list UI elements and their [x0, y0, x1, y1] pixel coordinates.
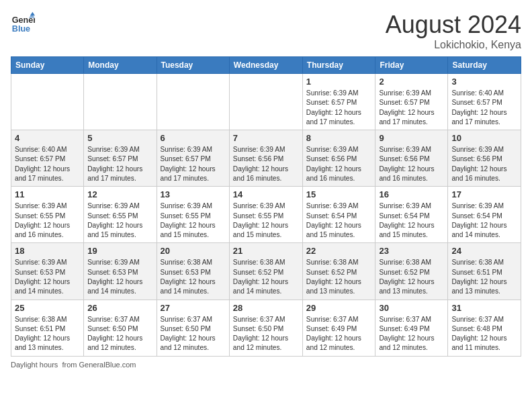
day-number: 16: [379, 189, 444, 199]
day-info: Sunrise: 6:39 AM Sunset: 6:56 PM Dayligh…: [233, 145, 299, 183]
daylight-label: Daylight hours: [11, 361, 58, 369]
calendar-cell: 21Sunrise: 6:38 AM Sunset: 6:52 PM Dayli…: [229, 243, 302, 300]
logo: General Blue: [11, 11, 35, 35]
calendar-cell: 3Sunrise: 6:40 AM Sunset: 6:57 PM Daylig…: [448, 74, 521, 130]
calendar-cell: 8Sunrise: 6:39 AM Sunset: 6:56 PM Daylig…: [302, 130, 375, 187]
day-number: 10: [451, 133, 517, 143]
day-info: Sunrise: 6:39 AM Sunset: 6:55 PM Dayligh…: [233, 201, 299, 240]
day-number: 8: [306, 133, 372, 143]
title-block: August 2024 Lokichokio, Kenya: [386, 11, 521, 51]
calendar-cell: 27Sunrise: 6:37 AM Sunset: 6:50 PM Dayli…: [157, 300, 229, 356]
calendar-cell: 5Sunrise: 6:39 AM Sunset: 6:57 PM Daylig…: [84, 130, 157, 187]
day-number: 23: [379, 246, 444, 256]
calendar-cell: [84, 74, 157, 130]
calendar-cell: 14Sunrise: 6:39 AM Sunset: 6:55 PM Dayli…: [229, 187, 302, 243]
col-header-saturday: Saturday: [448, 57, 521, 74]
calendar-cell: 22Sunrise: 6:38 AM Sunset: 6:52 PM Dayli…: [302, 243, 375, 300]
calendar-cell: 31Sunrise: 6:37 AM Sunset: 6:48 PM Dayli…: [448, 300, 521, 356]
day-info: Sunrise: 6:39 AM Sunset: 6:56 PM Dayligh…: [379, 145, 444, 183]
day-info: Sunrise: 6:39 AM Sunset: 6:54 PM Dayligh…: [306, 201, 372, 240]
day-number: 11: [15, 189, 80, 199]
calendar-cell: 2Sunrise: 6:39 AM Sunset: 6:57 PM Daylig…: [375, 74, 448, 130]
calendar-cell: 29Sunrise: 6:37 AM Sunset: 6:49 PM Dayli…: [302, 300, 375, 356]
day-info: Sunrise: 6:39 AM Sunset: 6:56 PM Dayligh…: [451, 145, 517, 183]
day-info: Sunrise: 6:39 AM Sunset: 6:55 PM Dayligh…: [161, 201, 226, 240]
day-info: Sunrise: 6:39 AM Sunset: 6:57 PM Dayligh…: [87, 145, 152, 183]
day-number: 28: [233, 303, 299, 313]
day-number: 19: [87, 246, 152, 256]
calendar-cell: 23Sunrise: 6:38 AM Sunset: 6:52 PM Dayli…: [375, 243, 448, 300]
col-header-friday: Friday: [375, 57, 448, 74]
week-row-3: 11Sunrise: 6:39 AM Sunset: 6:55 PM Dayli…: [11, 187, 521, 243]
calendar-cell: 26Sunrise: 6:37 AM Sunset: 6:50 PM Dayli…: [84, 300, 157, 356]
day-number: 2: [379, 77, 444, 87]
calendar-cell: 17Sunrise: 6:39 AM Sunset: 6:54 PM Dayli…: [448, 187, 521, 243]
logo-icon: General Blue: [11, 11, 35, 35]
calendar-cell: 7Sunrise: 6:39 AM Sunset: 6:56 PM Daylig…: [229, 130, 302, 187]
location-subtitle: Lokichokio, Kenya: [386, 39, 521, 51]
day-info: Sunrise: 6:37 AM Sunset: 6:50 PM Dayligh…: [233, 315, 299, 353]
calendar-cell: 18Sunrise: 6:39 AM Sunset: 6:53 PM Dayli…: [11, 243, 84, 300]
calendar-cell: 9Sunrise: 6:39 AM Sunset: 6:56 PM Daylig…: [375, 130, 448, 187]
day-info: Sunrise: 6:39 AM Sunset: 6:57 PM Dayligh…: [306, 89, 372, 127]
calendar-cell: 13Sunrise: 6:39 AM Sunset: 6:55 PM Dayli…: [157, 187, 229, 243]
calendar-cell: [229, 74, 302, 130]
day-number: 31: [451, 303, 517, 313]
calendar-cell: 4Sunrise: 6:40 AM Sunset: 6:57 PM Daylig…: [11, 130, 84, 187]
svg-text:Blue: Blue: [12, 24, 30, 34]
calendar-cell: 16Sunrise: 6:39 AM Sunset: 6:54 PM Dayli…: [375, 187, 448, 243]
day-info: Sunrise: 6:38 AM Sunset: 6:52 PM Dayligh…: [379, 258, 444, 296]
day-number: 12: [87, 189, 152, 199]
calendar-cell: [11, 74, 84, 130]
page-header: General Blue August 2024 Lokichokio, Ken…: [11, 11, 521, 51]
calendar-cell: 19Sunrise: 6:39 AM Sunset: 6:53 PM Dayli…: [84, 243, 157, 300]
week-row-5: 25Sunrise: 6:38 AM Sunset: 6:51 PM Dayli…: [11, 300, 521, 356]
day-info: Sunrise: 6:39 AM Sunset: 6:55 PM Dayligh…: [87, 201, 152, 240]
col-header-tuesday: Tuesday: [157, 57, 229, 74]
day-info: Sunrise: 6:39 AM Sunset: 6:57 PM Dayligh…: [379, 89, 444, 127]
day-info: Sunrise: 6:38 AM Sunset: 6:52 PM Dayligh…: [306, 258, 372, 296]
day-number: 4: [15, 133, 80, 143]
day-info: Sunrise: 6:38 AM Sunset: 6:53 PM Dayligh…: [161, 258, 226, 296]
day-number: 18: [15, 246, 80, 256]
day-info: Sunrise: 6:37 AM Sunset: 6:49 PM Dayligh…: [306, 315, 372, 353]
col-header-sunday: Sunday: [11, 57, 84, 74]
calendar-cell: 20Sunrise: 6:38 AM Sunset: 6:53 PM Dayli…: [157, 243, 229, 300]
day-info: Sunrise: 6:39 AM Sunset: 6:54 PM Dayligh…: [451, 201, 517, 240]
day-number: 1: [306, 77, 372, 87]
day-info: Sunrise: 6:37 AM Sunset: 6:48 PM Dayligh…: [451, 315, 517, 353]
week-row-4: 18Sunrise: 6:39 AM Sunset: 6:53 PM Dayli…: [11, 243, 521, 300]
day-number: 13: [161, 189, 226, 199]
calendar-cell: 11Sunrise: 6:39 AM Sunset: 6:55 PM Dayli…: [11, 187, 84, 243]
day-number: 21: [233, 246, 299, 256]
day-number: 27: [161, 303, 226, 313]
day-number: 24: [451, 246, 517, 256]
day-info: Sunrise: 6:40 AM Sunset: 6:57 PM Dayligh…: [15, 145, 80, 183]
day-info: Sunrise: 6:37 AM Sunset: 6:49 PM Dayligh…: [379, 315, 444, 353]
day-info: Sunrise: 6:37 AM Sunset: 6:50 PM Dayligh…: [87, 315, 152, 353]
day-number: 25: [15, 303, 80, 313]
calendar-cell: 24Sunrise: 6:38 AM Sunset: 6:51 PM Dayli…: [448, 243, 521, 300]
day-number: 26: [87, 303, 152, 313]
calendar-cell: 12Sunrise: 6:39 AM Sunset: 6:55 PM Dayli…: [84, 187, 157, 243]
day-number: 14: [233, 189, 299, 199]
calendar-cell: 28Sunrise: 6:37 AM Sunset: 6:50 PM Dayli…: [229, 300, 302, 356]
calendar-cell: 30Sunrise: 6:37 AM Sunset: 6:49 PM Dayli…: [375, 300, 448, 356]
footer-note: Daylight hours from GeneralBlue.com: [11, 361, 521, 369]
day-info: Sunrise: 6:38 AM Sunset: 6:51 PM Dayligh…: [451, 258, 517, 296]
day-number: 3: [451, 77, 517, 87]
calendar-cell: 10Sunrise: 6:39 AM Sunset: 6:56 PM Dayli…: [448, 130, 521, 187]
calendar-cell: 6Sunrise: 6:39 AM Sunset: 6:57 PM Daylig…: [157, 130, 229, 187]
calendar-cell: 15Sunrise: 6:39 AM Sunset: 6:54 PM Dayli…: [302, 187, 375, 243]
week-row-2: 4Sunrise: 6:40 AM Sunset: 6:57 PM Daylig…: [11, 130, 521, 187]
calendar-cell: 25Sunrise: 6:38 AM Sunset: 6:51 PM Dayli…: [11, 300, 84, 356]
day-number: 9: [379, 133, 444, 143]
calendar-table: SundayMondayTuesdayWednesdayThursdayFrid…: [11, 56, 521, 357]
day-number: 5: [87, 133, 152, 143]
day-info: Sunrise: 6:39 AM Sunset: 6:54 PM Dayligh…: [379, 201, 444, 240]
week-row-1: 1Sunrise: 6:39 AM Sunset: 6:57 PM Daylig…: [11, 74, 521, 130]
month-title: August 2024: [386, 11, 521, 39]
day-number: 30: [379, 303, 444, 313]
site-label: GeneralBlue.com: [79, 361, 136, 369]
calendar-cell: 1Sunrise: 6:39 AM Sunset: 6:57 PM Daylig…: [302, 74, 375, 130]
